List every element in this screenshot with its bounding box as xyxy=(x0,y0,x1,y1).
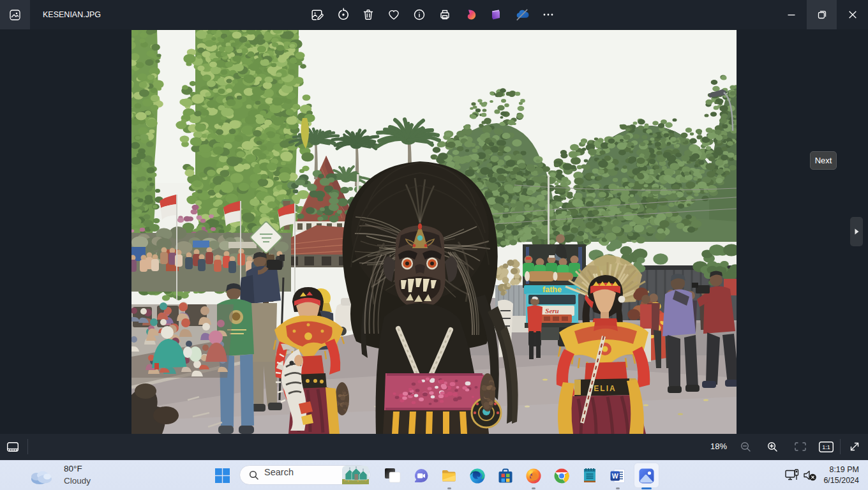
svg-text:W: W xyxy=(612,472,618,480)
svg-text:1:1: 1:1 xyxy=(822,444,830,450)
